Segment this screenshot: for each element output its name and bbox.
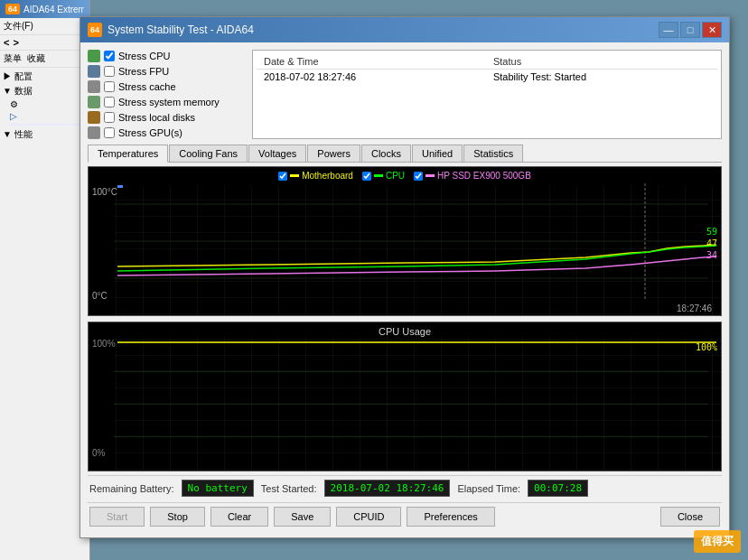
save-button[interactable]: Save [274, 507, 331, 527]
legend-mb-label: Motherboard [302, 171, 353, 181]
info-datetime: 2018-07-02 18:27:46 [257, 70, 486, 85]
legend-ssd: HP SSD EX900 500GB [414, 171, 531, 181]
stress-memory-checkbox[interactable] [104, 97, 115, 107]
tab-unified[interactable]: Unified [412, 145, 463, 162]
stress-memory-row[interactable]: Stress system memory [88, 96, 241, 108]
tree-sub-2[interactable]: ▷ [9, 110, 88, 122]
stress-cpu-checkbox[interactable] [104, 51, 115, 61]
stress-disks-label: Stress local disks [118, 112, 195, 123]
legend-cpu-label: CPU [386, 171, 405, 181]
tab-statistics[interactable]: Statistics [463, 145, 523, 162]
favorites-label: 收藏 [27, 52, 45, 65]
stress-cpu-row[interactable]: Stress CPU [88, 50, 241, 62]
status-bar: Remaining Battery: No battery Test Start… [88, 475, 722, 500]
dialog-body: Stress CPU Stress FPU Stress cache [80, 42, 729, 537]
aida-app-icon: 64 [5, 4, 20, 14]
preferences-button[interactable]: Preferences [407, 507, 494, 527]
dialog-title: System Stability Test - AIDA64 [108, 23, 254, 36]
col-datetime: Date & Time [257, 54, 486, 70]
dialog-title-left: 64 System Stability Test - AIDA64 [88, 23, 254, 37]
stress-gpu-label: Stress GPU(s) [118, 127, 182, 138]
stress-fpu-label: Stress FPU [118, 66, 169, 77]
button-bar: Start Stop Clear Save CPUID Preferences … [88, 502, 722, 530]
stop-button[interactable]: Stop [150, 507, 205, 527]
stress-cache-label: Stress cache [118, 81, 176, 92]
start-button[interactable]: Start [89, 507, 145, 527]
info-table: Date & Time Status 2018-07-02 18:27:46 S… [257, 54, 717, 84]
aida-app-title: AIDA64 Extreme [23, 5, 84, 14]
stress-cpu-label: Stress CPU [118, 51, 170, 61]
info-table-box: Date & Time Status 2018-07-02 18:27:46 S… [252, 50, 722, 139]
window-controls: — □ ✕ [659, 22, 722, 38]
charts-container: Motherboard CPU HP SSD EX900 500GB [88, 166, 722, 471]
legend-ssd-checkbox[interactable] [414, 172, 423, 181]
stress-cache-row[interactable]: Stress cache [88, 80, 241, 93]
stress-disks-row[interactable]: Stress local disks [88, 111, 241, 124]
legend-cpu-checkbox[interactable] [362, 172, 371, 181]
tree-item-config[interactable]: ▶ 配置 [2, 70, 88, 84]
legend-cpu-dot [374, 174, 383, 177]
stress-memory-label: Stress system memory [118, 97, 220, 107]
col-status: Status [486, 54, 717, 70]
legend-motherboard: Motherboard [278, 171, 353, 181]
tab-temperatures[interactable]: Temperatures [88, 145, 168, 163]
aida-titlebar: 64 AIDA64 Extreme [0, 0, 89, 18]
legend-mb-checkbox[interactable] [278, 172, 287, 181]
stress-fpu-row[interactable]: Stress FPU [88, 65, 241, 78]
watermark: 值得买 [694, 530, 741, 553]
menu-label: 菜单 [4, 52, 22, 65]
elapsed-label: Elapsed Time: [457, 483, 520, 494]
tab-cooling[interactable]: Cooling Fans [169, 145, 248, 162]
stability-dialog: 64 System Stability Test - AIDA64 — □ ✕ … [79, 16, 730, 538]
cpu-chart-title: CPU Usage [89, 326, 721, 337]
tree-item-data[interactable]: ▼ 数据 [2, 84, 88, 98]
top-section: Stress CPU Stress FPU Stress cache [88, 50, 722, 139]
dialog-icon: 64 [88, 23, 102, 37]
legend-ssd-label: HP SSD EX900 500GB [437, 171, 531, 181]
checkbox-group: Stress CPU Stress FPU Stress cache [88, 50, 241, 139]
tab-powers[interactable]: Powers [307, 145, 360, 162]
stress-fpu-checkbox[interactable] [104, 66, 115, 77]
stress-gpu-row[interactable]: Stress GPU(s) [88, 126, 241, 139]
legend-cpu: CPU [362, 171, 405, 181]
cpu-chart: CPU Usage 100% 0% 100% [88, 322, 722, 471]
cpu-chart-svg [89, 322, 721, 471]
tree-perf-4[interactable] [9, 147, 88, 149]
temp-chart-svg [89, 167, 721, 315]
legend-mb-dot [290, 174, 299, 177]
watermark-icon: 值得买 [701, 535, 734, 547]
clear-button[interactable]: Clear [210, 507, 268, 527]
tree-sub-1[interactable]: ⚙ [9, 98, 88, 110]
info-status: Stability Test: Started [486, 70, 717, 85]
cpu-chart-label: CPU Usage [379, 326, 431, 337]
aida-main-window: 64 AIDA64 Extreme 文件(F) < > 菜单 收藏 ▶ 配置 ▼… [0, 0, 90, 560]
stress-disks-checkbox[interactable] [104, 112, 115, 123]
cpuid-button[interactable]: CPUID [336, 507, 401, 527]
nav-back[interactable]: < [4, 37, 9, 48]
maximize-button[interactable]: □ [680, 22, 700, 38]
temp-chart-title: Motherboard CPU HP SSD EX900 500GB [89, 171, 721, 181]
tab-voltages[interactable]: Voltages [248, 145, 306, 162]
nav-forward[interactable]: > [13, 37, 18, 48]
tabs-bar: Temperatures Cooling Fans Voltages Power… [88, 145, 722, 163]
tree-item-perf[interactable]: ▼ 性能 [2, 127, 88, 142]
desktop: 64 AIDA64 Extreme 文件(F) < > 菜单 收藏 ▶ 配置 ▼… [0, 0, 748, 560]
sidebar-tree: ▶ 配置 ▼ 数据 ⚙ ▷ ▼ 性能 [0, 68, 89, 151]
minimize-button[interactable]: — [659, 22, 678, 38]
battery-value: No battery [182, 480, 254, 497]
legend-ssd-dot [425, 174, 435, 177]
close-window-button[interactable]: ✕ [702, 22, 722, 38]
started-label: Test Started: [261, 483, 317, 494]
dialog-titlebar: 64 System Stability Test - AIDA64 — □ ✕ [80, 17, 729, 42]
stress-gpu-checkbox[interactable] [104, 127, 115, 138]
stress-cache-checkbox[interactable] [104, 81, 115, 92]
battery-label: Remaining Battery: [89, 483, 174, 494]
temp-chart: Motherboard CPU HP SSD EX900 500GB [88, 166, 722, 316]
tab-clocks[interactable]: Clocks [361, 145, 411, 162]
aida-menu: 文件(F) [0, 18, 89, 35]
dialog-close-button[interactable]: Close [660, 507, 720, 527]
started-value: 2018-07-02 18:27:46 [324, 480, 451, 497]
svg-rect-0 [114, 185, 721, 315]
elapsed-value: 00:07:28 [528, 480, 588, 497]
menu-file[interactable]: 文件(F) [4, 20, 33, 33]
